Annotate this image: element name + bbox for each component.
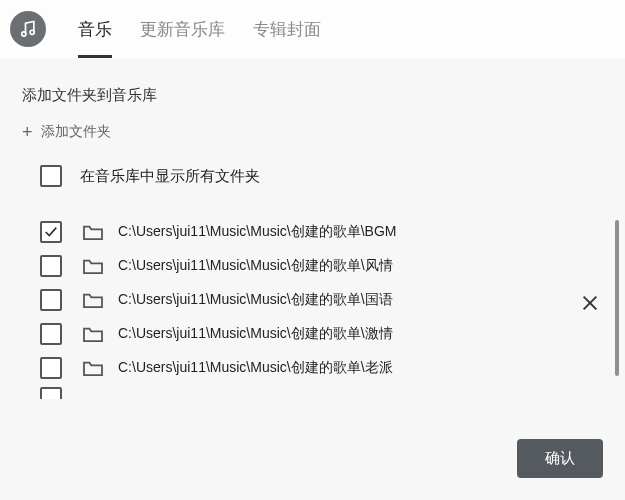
add-folder-button[interactable]: + 添加文件夹 — [22, 123, 603, 141]
app-header: 音乐更新音乐库专辑封面 — [0, 0, 625, 58]
tab-2[interactable]: 专辑封面 — [239, 0, 335, 58]
main-body: 添加文件夹到音乐库 + 添加文件夹 在音乐库中显示所有文件夹 C:\Users\… — [0, 58, 625, 500]
folder-row: C:\Users\jui11\Music\Music\创建的歌单\风情 — [40, 249, 567, 283]
section-title: 添加文件夹到音乐库 — [22, 86, 603, 105]
folder-path: C:\Users\jui11\Music\Music\创建的歌单\风情 — [118, 257, 393, 275]
folder-path: C:\Users\jui11\Music\Music\创建的歌单\国语 — [118, 291, 393, 309]
show-all-checkbox[interactable] — [40, 165, 62, 187]
confirm-button[interactable]: 确认 — [517, 439, 603, 478]
folder-path: C:\Users\jui11\Music\Music\创建的歌单\BGM — [118, 223, 396, 241]
folder-path: C:\Users\jui11\Music\Music\创建的歌单\激情 — [118, 325, 393, 343]
folder-list: C:\Users\jui11\Music\Music\创建的歌单\BGMC:\U… — [22, 215, 603, 399]
folder-checkbox[interactable] — [40, 323, 62, 345]
folder-row: C:\Users\jui11\Music\Music\创建的歌单\BGM — [40, 215, 567, 249]
folder-checkbox[interactable] — [40, 255, 62, 277]
folder-row: C:\Users\jui11\Music\Music\创建的歌单\国语 — [40, 283, 567, 317]
folder-row: C:\Users\jui11\Music\Music\创建的歌单\激情 — [40, 317, 567, 351]
show-all-row: 在音乐库中显示所有文件夹 — [22, 165, 603, 187]
folder-checkbox[interactable] — [40, 221, 62, 243]
folder-path: C:\Users\jui11\Music\Music\创建的歌单\老派 — [118, 359, 393, 377]
tab-0[interactable]: 音乐 — [64, 0, 126, 58]
folder-checkbox[interactable] — [40, 357, 62, 379]
folder-row: C:\Users\jui11\Music\Music\创建的歌单\老派 — [40, 351, 567, 385]
folder-icon — [82, 359, 104, 377]
folder-icon — [82, 223, 104, 241]
add-folder-label: 添加文件夹 — [41, 123, 111, 141]
folder-row-partial — [40, 387, 567, 399]
svg-point-0 — [22, 32, 26, 36]
scrollbar[interactable] — [615, 220, 619, 376]
svg-point-1 — [30, 30, 34, 34]
folder-icon — [82, 257, 104, 275]
folder-icon — [82, 325, 104, 343]
close-icon[interactable] — [581, 294, 599, 312]
header-tabs: 音乐更新音乐库专辑封面 — [64, 0, 335, 58]
folder-icon — [82, 291, 104, 309]
show-all-label: 在音乐库中显示所有文件夹 — [80, 167, 260, 186]
music-app-icon — [10, 11, 46, 47]
plus-icon: + — [22, 123, 33, 141]
tab-1[interactable]: 更新音乐库 — [126, 0, 239, 58]
folder-checkbox[interactable] — [40, 289, 62, 311]
